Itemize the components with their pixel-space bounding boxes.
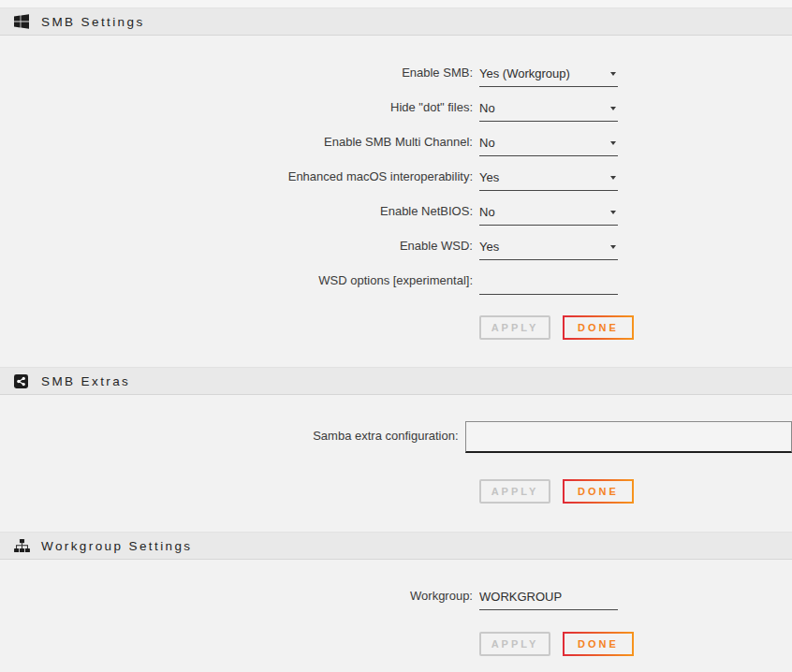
field-label: Hide "dot" files: xyxy=(0,100,473,122)
share-square-icon xyxy=(14,373,30,389)
workgroup-actions: APPLY DONE xyxy=(479,632,792,656)
field-row-enable-smb: Enable SMB: Yes (Workgroup) xyxy=(0,52,792,87)
smb-multichannel-select[interactable]: No xyxy=(479,136,618,156)
done-button[interactable]: DONE xyxy=(563,632,634,656)
select-value: No xyxy=(479,101,495,115)
windows-icon xyxy=(14,14,30,30)
enable-smb-select[interactable]: Yes (Workgroup) xyxy=(479,66,618,87)
section-smb-extras: SMB Extras Samba extra configuration: AP… xyxy=(0,367,792,504)
field-label: Enhanced macOS interoperability: xyxy=(0,169,473,191)
workgroup-settings-header: Workgroup Settings xyxy=(0,532,792,560)
field-label: Enable SMB Multi Channel: xyxy=(0,135,473,156)
field-label: Enable SMB: xyxy=(0,66,473,87)
apply-button[interactable]: APPLY xyxy=(479,632,550,656)
smb-extras-header: SMB Extras xyxy=(0,367,792,395)
top-spacer xyxy=(0,0,792,7)
field-row-wsd-options: WSD options [experimental]: xyxy=(0,260,792,295)
done-button[interactable]: DONE xyxy=(563,479,634,504)
field-label: Enable NetBIOS: xyxy=(0,204,473,226)
section-workgroup-settings: Workgroup Settings Workgroup: APPLY DONE xyxy=(0,532,792,656)
field-row-hide-dot-files: Hide "dot" files: No xyxy=(0,87,792,122)
field-label: Samba extra configuration: xyxy=(0,421,459,443)
field-row-samba-extra: Samba extra configuration: xyxy=(0,421,792,453)
sitemap-icon xyxy=(14,538,30,554)
workgroup-input[interactable] xyxy=(479,590,618,610)
smb-extras-actions: APPLY DONE xyxy=(479,479,792,504)
field-row-smb-multichannel: Enable SMB Multi Channel: No xyxy=(0,122,792,156)
done-button[interactable]: DONE xyxy=(563,315,634,340)
select-value: No xyxy=(479,136,495,150)
macos-interop-select[interactable]: Yes xyxy=(479,170,618,191)
dropdown-arrow-icon xyxy=(610,107,616,110)
dropdown-arrow-icon xyxy=(610,245,616,249)
field-label: WSD options [experimental]: xyxy=(0,273,473,295)
field-label: Enable WSD: xyxy=(0,239,473,260)
select-value: Yes xyxy=(479,170,499,184)
field-row-workgroup: Workgroup: xyxy=(0,576,792,610)
apply-button[interactable]: APPLY xyxy=(479,479,550,504)
dropdown-arrow-icon xyxy=(610,211,616,214)
select-value: No xyxy=(479,205,495,219)
section-title: SMB Extras xyxy=(41,374,130,388)
select-value: Yes xyxy=(479,240,499,254)
select-value: Yes (Workgroup) xyxy=(479,66,570,80)
field-row-enable-wsd: Enable WSD: Yes xyxy=(0,226,792,260)
hide-dot-files-select[interactable]: No xyxy=(479,101,618,122)
enable-netbios-select[interactable]: No xyxy=(479,205,618,226)
wsd-options-input[interactable] xyxy=(479,274,618,295)
section-title: Workgroup Settings xyxy=(41,539,193,553)
enable-wsd-select[interactable]: Yes xyxy=(479,240,618,260)
section-title: SMB Settings xyxy=(41,15,145,29)
section-smb-settings: SMB Settings Enable SMB: Yes (Workgroup)… xyxy=(0,7,792,340)
samba-extra-config-textarea[interactable] xyxy=(465,421,792,453)
dropdown-arrow-icon xyxy=(610,72,616,76)
field-row-enable-netbios: Enable NetBIOS: No xyxy=(0,191,792,226)
field-label: Workgroup: xyxy=(0,589,473,610)
smb-settings-actions: APPLY DONE xyxy=(479,315,792,340)
field-row-macos-interop: Enhanced macOS interoperability: Yes xyxy=(0,156,792,191)
smb-settings-header: SMB Settings xyxy=(0,7,792,36)
dropdown-arrow-icon xyxy=(610,176,616,180)
apply-button[interactable]: APPLY xyxy=(479,315,550,340)
dropdown-arrow-icon xyxy=(610,141,616,145)
